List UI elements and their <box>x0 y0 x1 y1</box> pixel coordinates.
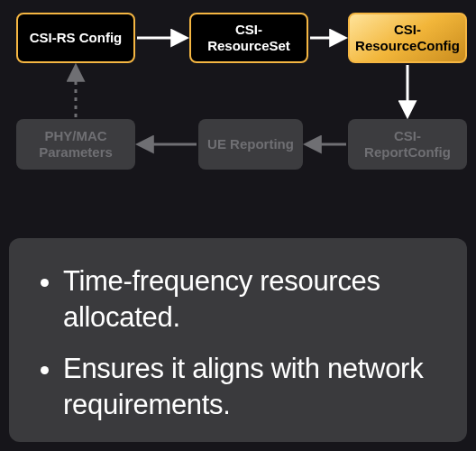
node-label: UE Reporting <box>207 136 294 152</box>
node-phy-mac-parameters: PHY/MAC Parameters <box>16 119 135 170</box>
node-label: PHY/MAC Parameters <box>22 128 130 161</box>
list-item: Ensures it aligns with network requireme… <box>63 351 440 422</box>
description-panel: Time-frequency resources allocated. Ensu… <box>9 238 467 442</box>
node-label: CSI-ResourceSet <box>197 22 301 54</box>
node-csi-rs-config: CSI-RS Config <box>16 13 135 63</box>
list-item: Time-frequency resources allocated. <box>63 263 440 335</box>
node-csi-resourceset: CSI-ResourceSet <box>189 13 308 63</box>
node-label: CSI-ReportConfig <box>353 128 462 161</box>
node-ue-reporting: UE Reporting <box>198 119 303 170</box>
node-csi-resourceconfig: CSI-ResourceConfig <box>348 13 467 63</box>
description-list: Time-frequency resources allocated. Ensu… <box>47 263 440 423</box>
node-label: CSI-ResourceConfig <box>355 22 460 54</box>
node-csi-reportconfig: CSI-ReportConfig <box>348 119 467 170</box>
flow-diagram: CSI-RS Config CSI-ResourceSet CSI-Resour… <box>0 0 476 216</box>
node-label: CSI-RS Config <box>30 30 123 46</box>
